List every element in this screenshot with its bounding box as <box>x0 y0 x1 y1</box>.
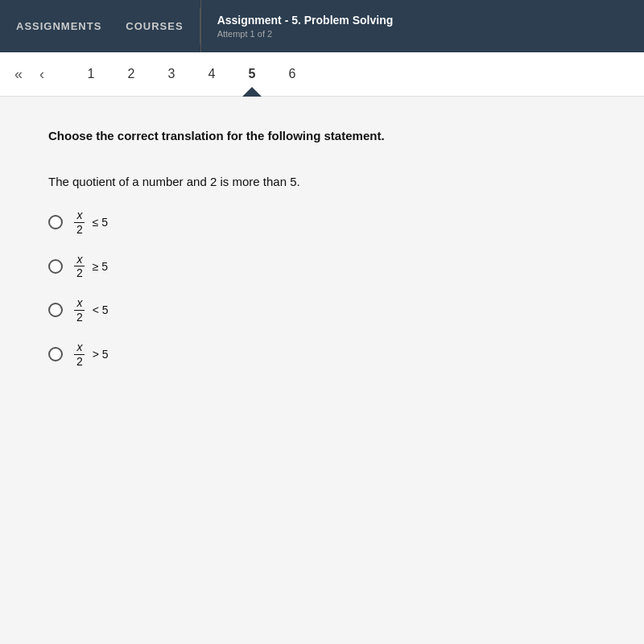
operator-c: < 5 <box>93 303 109 316</box>
choice-d[interactable]: x 2 > 5 <box>48 341 596 369</box>
back-double-button[interactable]: « <box>8 62 29 87</box>
choice-a-expr: x 2 ≤ 5 <box>72 208 110 237</box>
choice-d-expr: x 2 > 5 <box>72 341 111 369</box>
assignments-nav[interactable]: ASSIGNMENTS <box>16 16 101 36</box>
radio-b[interactable] <box>48 259 63 274</box>
operator-d: > 5 <box>93 348 109 361</box>
question-6[interactable]: 6 <box>272 52 312 97</box>
back-single-button[interactable]: ‹ <box>33 62 51 87</box>
choice-b[interactable]: x 2 ≥ 5 <box>48 253 596 281</box>
question-2[interactable]: 2 <box>111 52 151 97</box>
fraction-b: x 2 <box>74 253 85 281</box>
fraction-d: x 2 <box>74 341 85 369</box>
question-instruction: Choose the correct translation for the f… <box>48 129 596 142</box>
choices-list: x 2 ≤ 5 x 2 ≥ 5 x 2 <box>48 208 596 368</box>
fraction-a: x 2 <box>74 208 85 237</box>
courses-nav[interactable]: COURSES <box>126 16 183 36</box>
question-nav: « ‹ 1 2 3 4 5 6 <box>0 52 644 97</box>
radio-d[interactable] <box>48 347 63 361</box>
question-numbers: 1 2 3 4 5 6 <box>71 52 312 97</box>
operator-b: ≥ 5 <box>93 260 108 273</box>
question-1[interactable]: 1 <box>71 52 111 97</box>
radio-a[interactable] <box>48 215 63 229</box>
top-nav: ASSIGNMENTS COURSES Assignment - 5. Prob… <box>0 0 644 52</box>
question-3[interactable]: 3 <box>151 52 192 97</box>
attempt-label: Attempt 1 of 2 <box>217 29 394 39</box>
assignment-info: Assignment - 5. Problem Solving Attempt … <box>200 0 410 52</box>
question-5-active[interactable]: 5 <box>232 52 272 97</box>
nav-left: ASSIGNMENTS COURSES <box>0 0 200 52</box>
main-content: Choose the correct translation for the f… <box>0 97 644 644</box>
question-body: The quotient of a number and 2 is more t… <box>48 175 596 188</box>
choice-a[interactable]: x 2 ≤ 5 <box>48 208 596 237</box>
operator-a: ≤ 5 <box>93 216 108 229</box>
choice-b-expr: x 2 ≥ 5 <box>72 253 110 281</box>
choice-c[interactable]: x 2 < 5 <box>48 296 596 324</box>
radio-c[interactable] <box>48 303 63 317</box>
assignment-title: Assignment - 5. Problem Solving <box>217 14 394 27</box>
choice-c-expr: x 2 < 5 <box>72 296 111 324</box>
fraction-c: x 2 <box>74 296 85 324</box>
question-4[interactable]: 4 <box>192 52 232 97</box>
